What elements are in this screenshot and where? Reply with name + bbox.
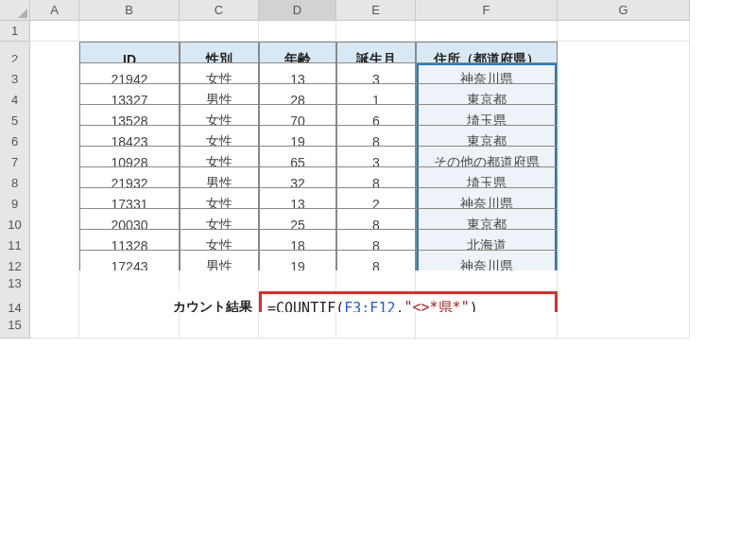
- col-header-A[interactable]: A: [30, 0, 79, 21]
- cell[interactable]: [558, 312, 690, 339]
- cell[interactable]: [336, 21, 416, 42]
- cell[interactable]: [416, 312, 558, 339]
- cell[interactable]: [79, 312, 180, 339]
- col-header-F[interactable]: F: [416, 0, 558, 21]
- cell[interactable]: [336, 312, 416, 339]
- cell[interactable]: [30, 21, 79, 42]
- cell[interactable]: [180, 21, 259, 42]
- cell[interactable]: [180, 312, 259, 339]
- cell[interactable]: [558, 21, 690, 42]
- cell[interactable]: [259, 21, 336, 42]
- cell[interactable]: [30, 312, 79, 339]
- row-header[interactable]: 1: [0, 21, 30, 42]
- cell[interactable]: [79, 21, 180, 42]
- cell[interactable]: [416, 21, 558, 42]
- spreadsheet-grid[interactable]: A B C D E F G 1 2 ID 性別 年齢 誕生月 住所（都道府県） …: [0, 0, 756, 333]
- col-header-C[interactable]: C: [180, 0, 259, 21]
- col-header-D[interactable]: D: [259, 0, 336, 21]
- select-all-corner[interactable]: [0, 0, 30, 21]
- row-header[interactable]: 15: [0, 312, 30, 339]
- cell[interactable]: [259, 312, 336, 339]
- col-header-B[interactable]: B: [79, 0, 180, 21]
- col-header-E[interactable]: E: [336, 0, 416, 21]
- col-header-G[interactable]: G: [558, 0, 690, 21]
